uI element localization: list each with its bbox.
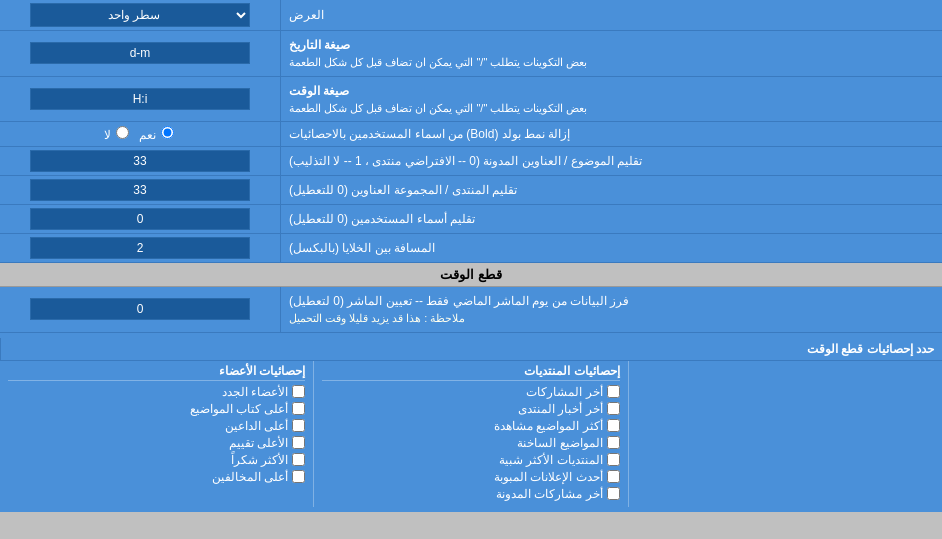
bold-remove-label: إزالة نمط بولد (Bold) من اسماء المستخدمي… <box>280 122 942 146</box>
time-format-label: صيغة الوقت بعض التكوينات يتطلب "/" التي … <box>280 77 942 122</box>
time-format-sublabel: بعض التكوينات يتطلب "/" التي يمكن ان تضا… <box>289 100 587 117</box>
forum-titles-label: تقليم المنتدى / المجموعة العناوين (0 للت… <box>280 176 942 204</box>
bold-remove-row: إزالة نمط بولد (Bold) من اسماء المستخدمي… <box>0 122 942 147</box>
checkbox-label: أكثر المواضيع مشاهدة <box>494 419 603 433</box>
radio-yes-label: نعم <box>139 126 176 142</box>
bold-remove-input-cell: نعم لا <box>0 122 280 146</box>
cutoff-input-cell <box>0 287 280 332</box>
topic-titles-input[interactable] <box>30 150 250 172</box>
display-label: العرض <box>280 0 942 30</box>
radio-yes[interactable] <box>161 126 174 139</box>
time-format-input-cell <box>0 77 280 122</box>
checkbox-top-rated[interactable] <box>292 436 305 449</box>
forums-col-header-text: إحصائيات المنتديات <box>524 364 619 378</box>
usernames-input[interactable] <box>30 208 250 230</box>
checkbox-label: أعلى المخالفين <box>212 470 288 484</box>
date-format-title: صيغة التاريخ <box>289 36 350 54</box>
usernames-text: تقليم أسماء المستخدمين (0 للتعطيل) <box>289 212 475 226</box>
checkbox-item: أخر المشاركات <box>322 385 619 399</box>
members-col-header-text: إحصائيات الأعضاء <box>219 364 305 378</box>
checkbox-label: أخر مشاركات المدونة <box>496 487 603 501</box>
date-format-input-cell <box>0 31 280 76</box>
checkbox-top-writers[interactable] <box>292 402 305 415</box>
usernames-input-cell <box>0 205 280 233</box>
checkbox-forum-news[interactable] <box>607 402 620 415</box>
topic-titles-input-cell <box>0 147 280 175</box>
forum-titles-row: تقليم المنتدى / المجموعة العناوين (0 للت… <box>0 176 942 205</box>
usernames-row: تقليم أسماء المستخدمين (0 للتعطيل) <box>0 205 942 234</box>
checkbox-item: الأكثر شكراً <box>8 453 305 467</box>
cutoff-row: فرز البيانات من يوم الماشر الماضي فقط --… <box>0 287 942 333</box>
checkbox-label: أحدث الإعلانات المبوبة <box>494 470 603 484</box>
main-container: العرض سطر واحد سطران ثلاثة أسطر صيغة الت… <box>0 0 942 512</box>
topic-titles-text: تقليم الموضوع / العناوين المدونة (0 -- ا… <box>289 154 642 168</box>
cell-distance-input-cell <box>0 234 280 262</box>
checkbox-label: أخر أخبار المنتدى <box>518 402 603 416</box>
checkbox-most-similar[interactable] <box>607 453 620 466</box>
date-format-input[interactable] <box>30 42 250 64</box>
date-format-label: صيغة التاريخ بعض التكوينات يتطلب "/" الت… <box>280 31 942 76</box>
checkbox-new-members[interactable] <box>292 385 305 398</box>
display-row: العرض سطر واحد سطران ثلاثة أسطر <box>0 0 942 31</box>
display-select[interactable]: سطر واحد سطران ثلاثة أسطر <box>30 3 250 27</box>
topic-titles-label: تقليم الموضوع / العناوين المدونة (0 -- ا… <box>280 147 942 175</box>
cutoff-title: قطع الوقت <box>440 267 502 282</box>
bold-remove-radio-group: نعم لا <box>104 126 177 142</box>
usernames-label: تقليم أسماء المستخدمين (0 للتعطيل) <box>280 205 942 233</box>
checkbox-item: أكثر المواضيع مشاهدة <box>322 419 619 433</box>
checkbox-col-forums: إحصائيات المنتديات أخر المشاركات أخر أخب… <box>313 361 627 507</box>
checkbox-section-title: حدد إحصائيات قطع الوقت <box>0 338 942 360</box>
cell-distance-input[interactable] <box>30 237 250 259</box>
checkbox-section-title-text: حدد إحصائيات قطع الوقت <box>807 342 934 356</box>
checkbox-item: أخر أخبار المنتدى <box>322 402 619 416</box>
cell-distance-label: المسافة بين الخلايا (بالبكسل) <box>280 234 942 262</box>
radio-no[interactable] <box>116 126 129 139</box>
checkbox-last-posts[interactable] <box>607 385 620 398</box>
checkbox-label: المواضيع الساخنة <box>517 436 602 450</box>
cutoff-input[interactable] <box>30 298 250 320</box>
cell-distance-row: المسافة بين الخلايا (بالبكسل) <box>0 234 942 263</box>
checkbox-label: المنتديات الأكثر شبية <box>499 453 603 467</box>
display-input-cell: سطر واحد سطران ثلاثة أسطر <box>0 0 280 30</box>
radio-no-label: لا <box>104 126 131 142</box>
checkbox-label: أعلى كتاب المواضيع <box>190 402 289 416</box>
checkbox-item: المواضيع الساخنة <box>322 436 619 450</box>
cutoff-section-header: قطع الوقت <box>0 263 942 287</box>
checkbox-grid: إحصائيات المنتديات أخر المشاركات أخر أخب… <box>0 361 942 507</box>
title-text: العرض <box>289 8 324 22</box>
checkbox-item: أحدث الإعلانات المبوبة <box>322 470 619 484</box>
checkbox-col-empty <box>628 361 942 507</box>
checkbox-label: أعلى الداعين <box>225 419 288 433</box>
checkbox-item: الأعضاء الجدد <box>8 385 305 399</box>
checkbox-item: أعلى الداعين <box>8 419 305 433</box>
checkbox-label: أخر المشاركات <box>526 385 602 399</box>
checkbox-label: الأعلى تقييم <box>229 436 288 450</box>
cutoff-label: فرز البيانات من يوم الماشر الماضي فقط --… <box>280 287 942 332</box>
checkbox-hot-topics[interactable] <box>607 436 620 449</box>
checkbox-most-thanks[interactable] <box>292 453 305 466</box>
checkbox-most-viewed[interactable] <box>607 419 620 432</box>
bold-remove-text: إزالة نمط بولد (Bold) من اسماء المستخدمي… <box>289 127 570 141</box>
checkbox-item: الأعلى تقييم <box>8 436 305 450</box>
cutoff-note: ملاحظة : هذا قد يزيد قليلا وقت التحميل <box>289 310 465 327</box>
forum-titles-text: تقليم المنتدى / المجموعة العناوين (0 للت… <box>289 183 517 197</box>
date-format-row: صيغة التاريخ بعض التكوينات يتطلب "/" الت… <box>0 31 942 77</box>
checkbox-col-members: إحصائيات الأعضاء الأعضاء الجدد أعلى كتاب… <box>0 361 313 507</box>
checkbox-item: المنتديات الأكثر شبية <box>322 453 619 467</box>
checkbox-item: أخر مشاركات المدونة <box>322 487 619 501</box>
checkbox-latest-classifieds[interactable] <box>607 470 620 483</box>
checkbox-top-callers[interactable] <box>292 419 305 432</box>
forum-titles-input-cell <box>0 176 280 204</box>
checkbox-top-violators[interactable] <box>292 470 305 483</box>
checkbox-item: أعلى كتاب المواضيع <box>8 402 305 416</box>
cell-distance-text: المسافة بين الخلايا (بالبكسل) <box>289 241 435 255</box>
checkbox-label: الأكثر شكراً <box>231 453 288 467</box>
checkbox-label: الأعضاء الجدد <box>222 385 288 399</box>
forums-col-header: إحصائيات المنتديات <box>322 364 619 381</box>
time-format-row: صيغة الوقت بعض التكوينات يتطلب "/" التي … <box>0 77 942 123</box>
members-col-header: إحصائيات الأعضاء <box>8 364 305 381</box>
time-format-title: صيغة الوقت <box>289 82 349 100</box>
checkbox-blog-posts[interactable] <box>607 487 620 500</box>
time-format-input[interactable] <box>30 88 250 110</box>
forum-titles-input[interactable] <box>30 179 250 201</box>
